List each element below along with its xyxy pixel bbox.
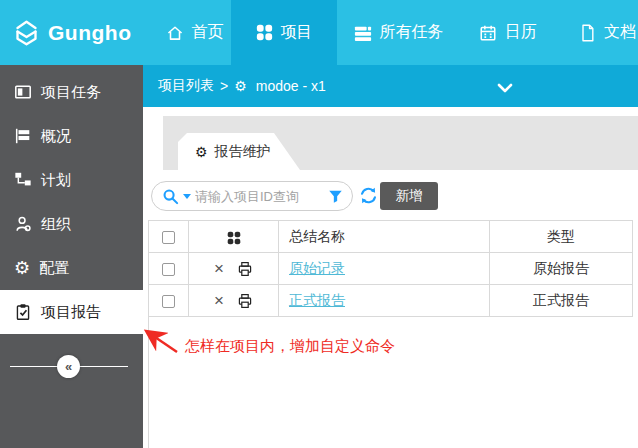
delete-icon[interactable]: × <box>214 292 224 309</box>
report-link[interactable]: 正式报告 <box>289 292 345 308</box>
sidebar-item-label: 项目任务 <box>41 83 101 102</box>
app-window: Gungho 首页 项目 <box>0 0 638 448</box>
tasks-icon <box>354 24 372 42</box>
report-type: 正式报告 <box>490 285 633 317</box>
table-row: × 原始记录 原始报告 <box>149 253 633 285</box>
sidebar: 项目任务 概况 计划 <box>0 65 143 448</box>
sidebar-item-label: 配置 <box>39 259 69 278</box>
refresh-icon[interactable] <box>359 186 378 209</box>
search-type-dropdown-icon[interactable] <box>183 194 191 199</box>
nav-label: 日历 <box>505 22 537 43</box>
breadcrumb-project-list-link[interactable]: 项目列表 <box>158 77 214 95</box>
actions-grid-icon <box>227 231 241 245</box>
table-row: × 正式报告 正式报告 <box>149 285 633 317</box>
sidebar-collapse-area: « <box>0 344 143 388</box>
breadcrumb-current-project: modoe - x1 <box>256 78 326 94</box>
breadcrumb: 项目列表 > ⚙ modoe - x1 <box>143 65 638 107</box>
board-icon <box>14 83 32 101</box>
sidebar-item-project-report[interactable]: 项目报告 <box>0 290 143 334</box>
nav-label: 项目 <box>281 22 313 43</box>
tab-label: 报告维护 <box>215 143 271 161</box>
column-header-summary-name: 总结名称 <box>279 221 490 253</box>
collapse-sidebar-button[interactable]: « <box>57 355 80 378</box>
breadcrumb-separator: > <box>220 78 228 94</box>
overview-icon <box>14 127 32 145</box>
nav-label: 文档 <box>604 22 636 43</box>
gungho-logo-icon <box>13 19 40 46</box>
row-checkbox[interactable] <box>162 295 175 308</box>
nav-label: 所有任务 <box>380 22 444 43</box>
home-icon <box>166 24 184 42</box>
gear-icon: ⚙ <box>14 259 30 277</box>
sidebar-item-config[interactable]: ⚙ 配置 <box>0 246 143 290</box>
report-type: 原始报告 <box>490 253 633 285</box>
sidebar-item-label: 概况 <box>41 127 71 146</box>
select-all-checkbox[interactable] <box>162 231 175 244</box>
nav-item-calendar[interactable]: 日历 <box>460 0 555 65</box>
nav-item-all-tasks[interactable]: 所有任务 <box>337 0 460 65</box>
sidebar-menu: 项目任务 概况 计划 <box>0 65 143 334</box>
column-header-type: 类型 <box>490 221 633 253</box>
search-box <box>151 181 353 211</box>
tab-report-maintenance[interactable]: ⚙ 报告维护 <box>178 133 300 170</box>
main-content: ⚙ 报告维护 <box>143 107 638 448</box>
nav-label: 首页 <box>192 22 224 43</box>
search-icon <box>162 188 179 205</box>
table-header-row: 总结名称 类型 <box>149 221 633 253</box>
print-icon[interactable] <box>237 261 253 277</box>
document-icon <box>579 24 596 42</box>
reports-table: 总结名称 类型 × 原始记录 <box>148 220 633 317</box>
annotation-text: 怎样在项目内，增加自定义命令 <box>185 337 395 356</box>
plan-icon <box>14 171 32 189</box>
sidebar-item-plan[interactable]: 计划 <box>0 158 143 202</box>
chevron-down-icon[interactable] <box>497 80 513 96</box>
nav-item-home[interactable]: 首页 <box>158 0 231 65</box>
nav-item-documents[interactable]: 文档 <box>555 0 638 65</box>
gear-icon: ⚙ <box>234 78 247 94</box>
add-button[interactable]: 新增 <box>380 182 438 210</box>
tab-strip: ⚙ 报告维护 <box>163 116 638 170</box>
sidebar-item-organization[interactable]: 组织 <box>0 202 143 246</box>
report-link[interactable]: 原始记录 <box>289 260 345 276</box>
chevron-left-double-icon: « <box>65 359 72 374</box>
top-header: Gungho 首页 项目 <box>0 0 638 65</box>
sidebar-item-label: 组织 <box>41 215 71 234</box>
logo-text: Gungho <box>48 21 131 45</box>
sidebar-item-project-tasks[interactable]: 项目任务 <box>0 70 143 114</box>
logo[interactable]: Gungho <box>0 19 145 46</box>
sidebar-item-overview[interactable]: 概况 <box>0 114 143 158</box>
org-icon <box>14 215 32 233</box>
delete-icon[interactable]: × <box>214 260 224 277</box>
report-icon <box>14 303 32 321</box>
search-input[interactable] <box>195 189 324 204</box>
gear-icon: ⚙ <box>195 144 208 160</box>
top-nav: 首页 项目 所有任务 <box>158 0 638 65</box>
filter-icon[interactable] <box>328 189 343 204</box>
row-checkbox[interactable] <box>162 263 175 276</box>
print-icon[interactable] <box>237 293 253 309</box>
nav-item-projects[interactable]: 项目 <box>231 0 337 65</box>
grid-icon <box>256 24 273 41</box>
calendar-icon <box>479 24 497 42</box>
sidebar-item-label: 项目报告 <box>41 303 101 322</box>
sidebar-item-label: 计划 <box>41 171 71 190</box>
